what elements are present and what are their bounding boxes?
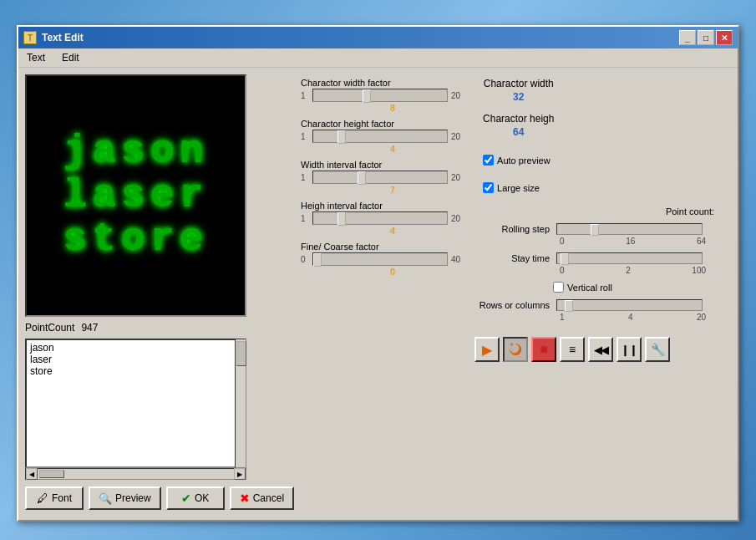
height-interval-track[interactable] <box>312 211 448 225</box>
bottom-buttons: 🖊 Font 🔍 Preview ✔ OK ✖ Cancel <box>25 483 294 513</box>
rolling-tick-64: 64 <box>697 237 706 246</box>
close-button[interactable]: ✕ <box>716 30 733 45</box>
maximize-button[interactable]: □ <box>698 30 714 45</box>
vertical-scrollbar[interactable] <box>235 339 246 468</box>
cancel-button[interactable]: ✖ Cancel <box>230 487 294 510</box>
char-height-info-label: Charactor heigh <box>483 113 554 125</box>
width-interval-label: Width interval factor <box>301 160 468 170</box>
char-height-info-value: 64 <box>513 126 524 138</box>
char-width-info-value: 32 <box>513 91 524 103</box>
scroll-left-arrow[interactable]: ◀ <box>26 468 38 480</box>
refresh-button[interactable] <box>503 337 528 362</box>
menu-bar: Text Edit <box>18 48 738 68</box>
preview-button[interactable]: 🔍 Preview <box>89 487 161 510</box>
char-height-thumb[interactable] <box>337 130 346 144</box>
ok-button[interactable]: ✔ OK <box>166 487 225 510</box>
char-height-min: 1 <box>301 132 309 141</box>
width-interval-track[interactable] <box>312 171 448 184</box>
large-size-label: Large size <box>497 183 540 193</box>
rolling-tick-16: 16 <box>626 237 635 246</box>
font-icon: 🖊 <box>37 492 48 505</box>
title-buttons: _ □ ✕ <box>679 30 733 45</box>
laser-preview-text: jasonlaserstore <box>63 130 208 262</box>
scroll-right-arrow[interactable]: ▶ <box>234 468 246 480</box>
char-width-thumb[interactable] <box>363 89 371 103</box>
height-interval-slider-row: 1 20 <box>301 211 468 225</box>
rolling-step-thumb[interactable] <box>591 224 599 236</box>
fine-coarse-min: 0 <box>301 255 309 264</box>
stay-tick-0: 0 <box>560 266 565 275</box>
rows-columns-thumb[interactable] <box>565 300 573 312</box>
char-width-slider-group: Charactor width factor 1 20 8 <box>301 78 468 114</box>
rows-columns-track[interactable] <box>556 299 703 311</box>
left-panel: jasonlaserstore PointCount 947 jason las… <box>25 74 294 513</box>
minimize-button[interactable]: _ <box>679 30 696 45</box>
rolling-step-label: Rolling step <box>474 224 550 234</box>
large-size-checkbox[interactable] <box>483 182 494 193</box>
char-width-track[interactable] <box>312 89 448 102</box>
horizontal-scrollbar[interactable]: ◀ ▶ <box>25 468 246 480</box>
large-size-row: Large size <box>483 182 554 193</box>
h-scrollbar-thumb[interactable] <box>39 470 64 478</box>
char-height-track[interactable] <box>312 130 448 143</box>
menu-text[interactable]: Text <box>23 50 48 65</box>
rows-columns-ticks: 1 4 20 <box>560 313 706 322</box>
scrollbar-thumb[interactable] <box>236 341 246 366</box>
auto-preview-row: Auto preview <box>483 155 554 166</box>
char-width-value: 8 <box>390 103 395 113</box>
fine-coarse-slider-group: Fine/ Coarse factor 0 40 0 <box>301 242 468 278</box>
auto-preview-checkbox[interactable] <box>483 155 494 166</box>
vertical-roll-checkbox[interactable] <box>553 282 564 293</box>
stay-tick-2: 2 <box>626 266 631 275</box>
pause-button[interactable]: ❙❙ <box>616 337 642 362</box>
middle-panel: Charactor width factor 1 20 8 Charactor … <box>301 74 468 513</box>
fine-coarse-thumb[interactable] <box>313 253 322 267</box>
right-bottom: Point count: Rolling step 0 16 64 <box>474 206 731 322</box>
rows-tick-20: 20 <box>697 313 706 322</box>
rows-tick-4: 4 <box>628 313 633 322</box>
height-interval-value: 4 <box>390 226 395 236</box>
rolling-step-track[interactable] <box>556 223 703 235</box>
rewind-button[interactable]: ◀◀ <box>588 337 613 362</box>
char-height-label: Charactor height factor <box>301 119 468 129</box>
width-interval-thumb[interactable] <box>358 171 366 185</box>
fine-coarse-track[interactable] <box>312 252 448 266</box>
stay-time-thumb[interactable] <box>561 253 569 265</box>
stop-button[interactable]: ■ <box>531 337 556 362</box>
menu-edit[interactable]: Edit <box>58 50 83 65</box>
point-count-value: 947 <box>81 322 98 334</box>
char-width-label: Charactor width factor <box>301 78 468 88</box>
rolling-step-section: Rolling step 0 16 64 <box>474 223 731 246</box>
main-window: T Text Edit _ □ ✕ Text Edit jasonlaserst… <box>17 25 739 522</box>
rows-columns-label: Rows or columns <box>474 300 550 310</box>
settings-button[interactable]: 🔧 <box>645 337 670 362</box>
char-height-slider-row: 1 20 <box>301 130 468 143</box>
preview-canvas: jasonlaserstore <box>25 74 246 317</box>
play-button[interactable]: ▶ <box>474 337 500 362</box>
fine-coarse-value: 0 <box>390 267 395 277</box>
cancel-label: Cancel <box>253 492 284 504</box>
list-button[interactable]: ≡ <box>560 337 585 362</box>
height-interval-thumb[interactable] <box>337 212 346 226</box>
stay-time-track[interactable] <box>556 252 703 264</box>
fine-coarse-label: Fine/ Coarse factor <box>301 242 468 252</box>
main-content: jasonlaserstore PointCount 947 jason las… <box>18 68 738 520</box>
ok-icon: ✔ <box>181 492 191 505</box>
char-width-info: Charactor width 32 <box>483 78 554 103</box>
width-interval-max: 20 <box>451 173 468 182</box>
rolling-tick-0: 0 <box>560 237 565 246</box>
text-input[interactable]: jason laser store <box>27 340 236 468</box>
width-interval-min: 1 <box>301 173 309 182</box>
right-top-info: Charactor width 32 Charactor heigh 64 Au… <box>474 78 731 193</box>
title-icon: T <box>23 31 37 44</box>
char-height-max: 20 <box>451 132 468 141</box>
right-panel: Charactor width 32 Charactor heigh 64 Au… <box>474 74 731 513</box>
char-width-min: 1 <box>301 91 309 100</box>
text-area-border: jason laser store <box>25 339 246 468</box>
stay-tick-100: 100 <box>692 266 706 275</box>
ok-label: OK <box>195 492 209 504</box>
char-height-info: Charactor heigh 64 <box>483 113 554 138</box>
toolbar: ▶ ■ ≡ ◀◀ ❙❙ 🔧 <box>474 329 731 362</box>
height-interval-min: 1 <box>301 214 309 223</box>
font-button[interactable]: 🖊 Font <box>25 487 84 510</box>
